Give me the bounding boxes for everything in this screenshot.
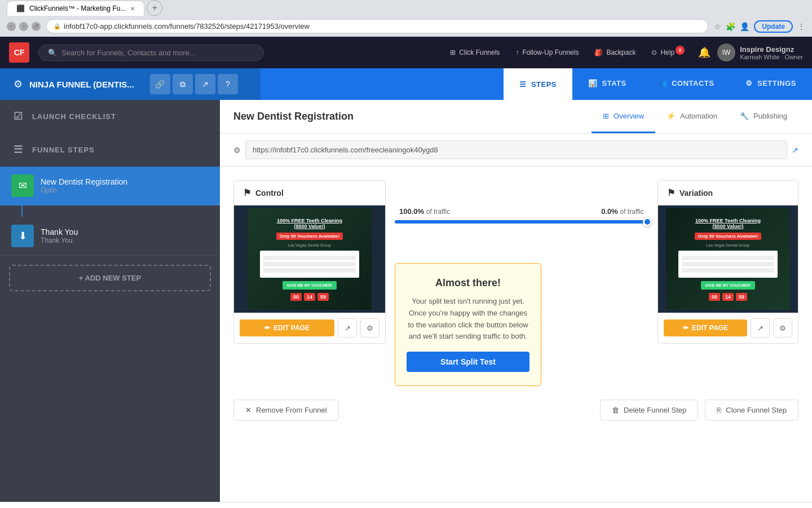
step-connector	[21, 205, 23, 217]
content-area: New Dentist Registration ⊞ Overview ⚡ Au…	[220, 100, 812, 502]
sidebar: ☑ LAUNCH CHECKLIST ☰ FUNNEL STEPS ✉ New …	[0, 100, 220, 502]
app-logo: CF	[9, 42, 29, 63]
url-external-link-icon[interactable]: ↗	[792, 146, 798, 155]
new-tab-button[interactable]: +	[147, 0, 162, 16]
sidebar-item-registration[interactable]: ✉ New Dentist Registration Optin	[0, 167, 220, 205]
variation-edit-page-button[interactable]: ✏ EDIT PAGE	[664, 319, 747, 336]
edit-icon: ✏	[264, 324, 270, 332]
step-info: New Dentist Registration Optin	[41, 177, 209, 194]
footer: CLICKFUNNELS - © 2021 CLICKFUNNELS LLC |…	[0, 502, 812, 508]
tab-close-icon[interactable]: ✕	[130, 6, 135, 12]
slider-thumb[interactable]	[643, 217, 652, 226]
user-menu[interactable]: IW Inspire Designz Karreah White · Owner	[717, 43, 803, 62]
funnel-nav-stats-label: STATS	[602, 79, 626, 87]
clone-label: Clone Funnel Step	[726, 406, 787, 414]
add-new-step-button[interactable]: + ADD NEW STEP	[9, 265, 211, 291]
traffic-slider-track[interactable]	[395, 220, 648, 224]
tab-automation-label: Automation	[680, 112, 717, 120]
variation-traffic: 0.0% of traffic	[601, 207, 644, 216]
user-sub: Karreah White · Owner	[740, 54, 803, 60]
url-text: infobf17c0-app.clickfunnels.com/funnels/…	[64, 22, 310, 30]
variation-card-image: 100% FREE Teeth Cleaning($500 Value!) On…	[658, 205, 798, 313]
variation-external-link-btn[interactable]: ↗	[751, 318, 770, 338]
variation-settings-btn[interactable]: ⚙	[773, 318, 792, 338]
reload-button[interactable]: ↺	[32, 22, 41, 31]
sidebar-item-thankyou[interactable]: ⬇ Thank You Thank You	[0, 217, 220, 256]
nav-clickfunnels[interactable]: ⊞ Click Funnels	[443, 45, 506, 60]
launch-checklist-label: LAUNCH CHECKLIST	[32, 112, 116, 121]
url-gear-icon[interactable]: ⚙	[233, 146, 241, 155]
bookmark-icon[interactable]: ☆	[714, 22, 721, 31]
profile-icon[interactable]: 👤	[740, 22, 749, 31]
dental-form	[260, 251, 359, 278]
funnel-nav-settings-label: SETTINGS	[757, 79, 796, 87]
forward-button[interactable]: ›	[19, 22, 28, 31]
download-step-icon: ⬇	[11, 225, 34, 247]
notification-bell[interactable]: 🔔	[694, 46, 715, 59]
sidebar-launch-checklist[interactable]: ☑ LAUNCH CHECKLIST	[0, 100, 220, 133]
nav-clickfunnels-label: Click Funnels	[459, 49, 500, 56]
help-badge: 8	[676, 46, 685, 55]
clone-funnel-step-button[interactable]: ⎘ Clone Funnel Step	[705, 400, 798, 421]
search-bar[interactable]: 🔍 Search for Funnels, Contacts and more.…	[38, 45, 264, 61]
funnel-nav-stats[interactable]: 📊 STATS	[572, 68, 642, 100]
external-link-btn[interactable]: ↗	[195, 74, 215, 94]
funnel-nav-steps-label: STEPS	[531, 80, 557, 89]
automation-icon: ⚡	[667, 112, 676, 120]
copy-icon-btn[interactable]: ⧉	[173, 74, 193, 94]
edit-page-label: EDIT PAGE	[273, 324, 310, 332]
dental-location: Las Vegas Dental Group	[288, 243, 331, 247]
help-question-btn[interactable]: ?	[218, 74, 238, 94]
tab-publishing[interactable]: 🔧 Publishing	[729, 100, 798, 133]
browser-tab[interactable]: ⬛ ClickFunnels™ - Marketing Fu... ✕	[7, 1, 144, 16]
variation-card: ⚑ Variation 100% FREE Teeth Cleaning($50…	[657, 180, 798, 344]
slider-fill	[395, 220, 648, 224]
menu-icon[interactable]: ⋮	[797, 22, 805, 31]
tab-publishing-label: Publishing	[753, 112, 787, 120]
content-header: New Dentist Registration ⊞ Overview ⚡ Au…	[220, 100, 812, 134]
control-card: ⚑ Control 100% FREE Teeth Cleaning($500 …	[233, 180, 386, 344]
stats-icon: 📊	[588, 79, 598, 87]
funnel-nav-settings[interactable]: ⚙ SETTINGS	[730, 68, 812, 100]
funnel-gear-icon[interactable]: ⚙	[14, 78, 23, 90]
tab-overview[interactable]: ⊞ Overview	[592, 100, 655, 133]
download-icon: ⬇	[19, 230, 27, 242]
back-button[interactable]: ‹	[7, 22, 16, 31]
almost-there-card: Almost there! Your split test isn't runn…	[395, 263, 541, 386]
variation-timer-minutes: 14	[722, 293, 734, 301]
almost-there-text: Your split test isn't running just yet. …	[407, 296, 529, 343]
variation-traffic-pct: 0.0%	[601, 207, 618, 216]
update-button[interactable]: Update	[754, 20, 793, 33]
content-title: New Dentist Registration	[233, 111, 592, 122]
timer-minutes: 14	[304, 293, 315, 301]
bottom-actions: ✕ Remove From Funnel 🗑 Delete Funnel Ste…	[220, 400, 812, 434]
funnel-nav-contacts[interactable]: 👥 CONTACTS	[642, 68, 730, 100]
funnel-url-input[interactable]	[245, 141, 787, 159]
nav-help[interactable]: ⊙ Help 8	[645, 45, 691, 60]
address-bar[interactable]: 🔒 infobf17c0-app.clickfunnels.com/funnel…	[46, 19, 708, 33]
nav-followup-label: Follow-Up Funnels	[522, 49, 579, 56]
funnel-nav-steps[interactable]: ☰ STEPS	[504, 68, 572, 100]
remove-from-funnel-button[interactable]: ✕ Remove From Funnel	[233, 400, 339, 421]
content-tabs: ⊞ Overview ⚡ Automation 🔧 Publishing	[592, 100, 798, 133]
dental-timer: 00 14 59	[290, 293, 329, 301]
clickfunnels-icon: ⊞	[450, 49, 456, 56]
link-icon-btn[interactable]: 🔗	[150, 74, 170, 94]
control-external-link-btn[interactable]: ↗	[338, 318, 357, 338]
tab-automation[interactable]: ⚡ Automation	[655, 100, 729, 133]
tab-overview-label: Overview	[614, 112, 644, 120]
start-split-test-button[interactable]: Start Split Test	[407, 352, 529, 372]
help-icon: ⊙	[651, 49, 657, 56]
form-row-2	[263, 262, 356, 266]
control-settings-btn[interactable]: ⚙	[360, 318, 379, 338]
variation-card-header: ⚑ Variation	[658, 181, 798, 205]
sidebar-funnel-steps[interactable]: ☰ FUNNEL STEPS	[0, 133, 220, 167]
browser-nav-controls: ‹ › ↺	[7, 22, 41, 31]
nav-followup[interactable]: ↑ Follow-Up Funnels	[509, 45, 585, 60]
delete-funnel-step-button[interactable]: 🗑 Delete Funnel Step	[600, 400, 698, 421]
flag-icon: ⚑	[243, 187, 251, 198]
form-row-1	[263, 256, 356, 260]
extension-icon[interactable]: 🧩	[726, 22, 735, 31]
control-edit-page-button[interactable]: ✏ EDIT PAGE	[240, 319, 334, 336]
nav-backpack[interactable]: 🎒 Backpack	[588, 45, 642, 60]
